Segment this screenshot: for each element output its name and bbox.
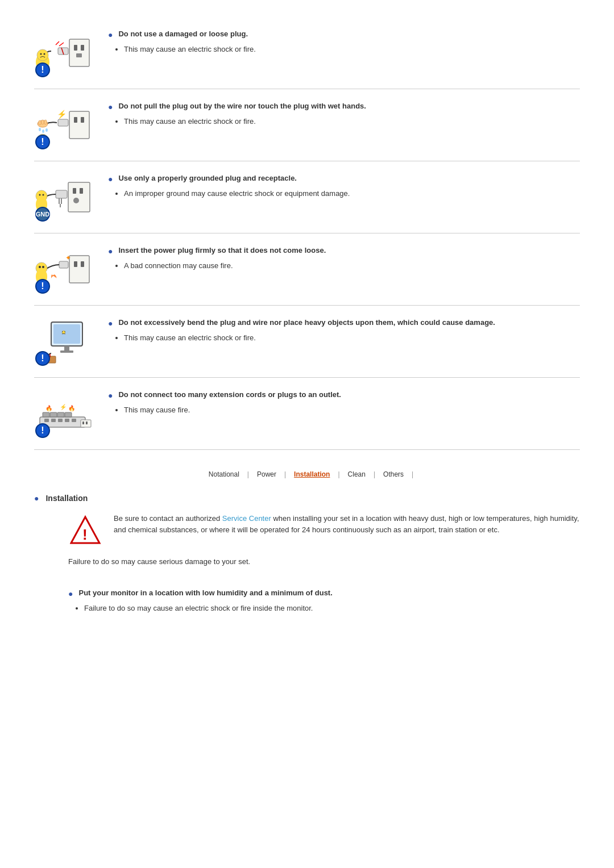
svg-rect-0 xyxy=(69,39,89,66)
svg-rect-62 xyxy=(65,419,69,422)
svg-text:⚡: ⚡ xyxy=(57,110,67,119)
list-grounded: An improper ground may cause electric sh… xyxy=(124,188,580,199)
installation-header: ● Installation xyxy=(34,493,580,503)
svg-text:⚡: ⚡ xyxy=(60,403,67,411)
svg-rect-42 xyxy=(59,261,68,268)
heading-extension: ● Do not connect too many extension cord… xyxy=(108,390,580,400)
svg-rect-41 xyxy=(81,261,84,267)
svg-line-11 xyxy=(59,43,64,46)
svg-point-36 xyxy=(39,194,41,196)
bullet-icon-3: ● xyxy=(108,174,113,183)
svg-rect-59 xyxy=(44,419,49,422)
content-install-rule: ● Put your monitor in a location with lo… xyxy=(68,586,580,616)
installation-label: Installation xyxy=(45,494,88,503)
svg-point-52 xyxy=(64,331,65,332)
svg-rect-17 xyxy=(39,120,41,125)
warning-badge-1: ! xyxy=(35,62,50,77)
svg-rect-72 xyxy=(82,422,84,424)
heading-damaged-plug: ● Do not use a damaged or loose plug. xyxy=(108,30,580,39)
content-extension: ● Do not connect too many extension cord… xyxy=(108,388,580,418)
svg-rect-60 xyxy=(51,419,56,422)
illus-damaged-plug: ! xyxy=(34,27,97,78)
svg-rect-49 xyxy=(53,324,80,344)
svg-text:!: ! xyxy=(82,526,88,543)
svg-point-51 xyxy=(62,331,63,332)
nav-installation[interactable]: Installation xyxy=(286,468,338,481)
heading-bend: ● Do not excessively bend the plug and w… xyxy=(108,318,580,328)
list-item: This may cause an electric shock or fire… xyxy=(124,44,580,55)
list-item: This may cause an electric shock or fire… xyxy=(124,116,580,127)
svg-point-7 xyxy=(37,49,48,61)
heading-firmly: ● Insert the power plug firmly so that i… xyxy=(108,246,580,256)
svg-point-46 xyxy=(42,266,44,268)
installation-rule: ● Put your monitor in a location with lo… xyxy=(34,576,580,626)
content-wet-hands: ● Do not pull the plug out by the wire n… xyxy=(108,99,580,129)
service-center-link[interactable]: Service Center xyxy=(222,514,271,523)
illus-grounded: GND xyxy=(34,172,97,223)
list-extension: This may cause fire. xyxy=(124,404,580,416)
bullet-icon-5: ● xyxy=(108,319,113,328)
heading-install-rule: ● Put your monitor in a location with lo… xyxy=(68,589,580,598)
page-container: ! ● Do not use a damaged or loose plug. … xyxy=(0,0,614,648)
warning-badge-5: ! xyxy=(35,351,50,366)
heading-grounded: ● Use only a properly grounded plug and … xyxy=(108,174,580,183)
failure-note: Failure to do so may cause serious damag… xyxy=(34,557,580,566)
safety-section-damaged-plug: ! ● Do not use a damaged or loose plug. … xyxy=(34,17,580,89)
svg-point-30 xyxy=(73,198,79,203)
svg-point-21 xyxy=(42,130,44,133)
bullet-icon-4: ● xyxy=(108,247,113,256)
nav-clean[interactable]: Clean xyxy=(340,468,374,481)
illus-bend: ⚡ ! xyxy=(34,316,97,367)
svg-point-9 xyxy=(44,53,45,55)
safety-section-grounded: GND ● Use only a properly grounded plug … xyxy=(34,161,580,233)
svg-text:🔥: 🔥 xyxy=(45,404,53,412)
svg-rect-54 xyxy=(60,350,73,353)
svg-rect-39 xyxy=(69,256,89,283)
warning-badge-3: GND xyxy=(35,207,50,222)
list-wet-hands: This may cause an electric shock or fire… xyxy=(124,116,580,127)
bullet-icon-6: ● xyxy=(108,391,113,400)
content-bend: ● Do not excessively bend the plug and w… xyxy=(108,316,580,345)
warning-badge-6: ! xyxy=(35,423,50,438)
install-bullet-icon: ● xyxy=(34,494,39,503)
illus-wet-hands: ⚡ ! xyxy=(34,99,97,151)
svg-point-22 xyxy=(45,128,48,132)
warning-badge-4: ! xyxy=(35,279,50,294)
nav-others[interactable]: Others xyxy=(375,468,412,481)
svg-rect-63 xyxy=(72,419,76,422)
svg-rect-61 xyxy=(58,419,63,422)
svg-rect-2 xyxy=(81,45,84,51)
list-item: Failure to do so may cause an electric s… xyxy=(84,603,580,614)
svg-rect-64 xyxy=(43,412,49,417)
svg-rect-13 xyxy=(74,117,77,123)
illus-firmly: ✦ ! xyxy=(34,244,97,295)
nav-power[interactable]: Power xyxy=(249,468,284,481)
svg-point-37 xyxy=(43,194,44,196)
svg-rect-66 xyxy=(57,412,64,417)
safety-sections: ! ● Do not use a damaged or loose plug. … xyxy=(34,17,580,450)
safety-section-firmly: ✦ ! ● Insert the power plug fi xyxy=(34,233,580,306)
list-firmly: A bad connection may cause fire. xyxy=(124,260,580,272)
bullet-icon-rule: ● xyxy=(68,589,73,598)
svg-rect-15 xyxy=(58,119,68,126)
svg-rect-18 xyxy=(42,120,44,124)
illus-extension: 🔥 ⚡ 🔥 ! xyxy=(34,388,97,439)
svg-rect-73 xyxy=(86,422,88,424)
nav-notational[interactable]: Notational xyxy=(201,468,247,481)
svg-line-10 xyxy=(56,41,59,45)
list-item: This may cause fire. xyxy=(124,404,580,416)
list-damaged-plug: This may cause an electric shock or fire… xyxy=(124,44,580,55)
content-damaged-plug: ● Do not use a damaged or loose plug. Th… xyxy=(108,27,580,57)
svg-rect-29 xyxy=(80,188,83,194)
svg-rect-31 xyxy=(56,190,67,198)
svg-rect-19 xyxy=(44,120,47,124)
svg-rect-67 xyxy=(65,412,72,417)
nav-sep-5: | xyxy=(412,470,413,478)
list-bend: This may cause an electric shock or fire… xyxy=(124,332,580,344)
content-firmly: ● Insert the power plug firmly so that i… xyxy=(108,244,580,273)
svg-rect-65 xyxy=(50,412,57,417)
list-item: An improper ground may cause electric sh… xyxy=(124,188,580,199)
safety-section-bend: ⚡ ! ● Do not excessively bend the plug a… xyxy=(34,306,580,378)
svg-rect-40 xyxy=(74,261,77,267)
svg-text:🔥: 🔥 xyxy=(68,404,76,412)
